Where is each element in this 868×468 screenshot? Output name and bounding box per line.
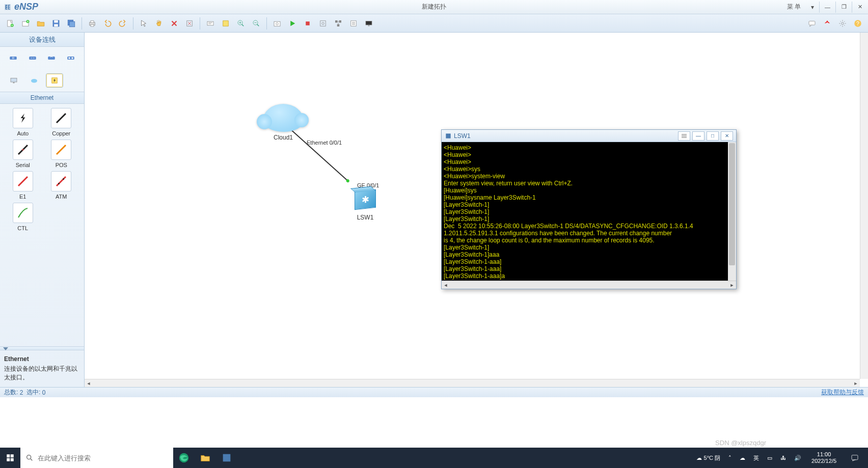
- start-button[interactable]: [285, 16, 300, 31]
- svg-rect-20: [320, 20, 326, 26]
- conn-pos[interactable]: POS: [46, 140, 77, 168]
- switch-node[interactable]: LSW1: [355, 190, 376, 221]
- open-button[interactable]: [34, 16, 48, 31]
- minimize-button[interactable]: —: [819, 2, 835, 13]
- sidebar-title: 设备连线: [0, 33, 84, 47]
- conn-atm[interactable]: ATM: [46, 171, 77, 200]
- cat-switch[interactable]: [24, 51, 41, 65]
- conn-ctl[interactable]: CTL: [7, 203, 39, 231]
- menu-button[interactable]: 菜 单: [782, 3, 806, 11]
- svg-point-21: [322, 22, 324, 24]
- svg-point-29: [842, 22, 844, 24]
- sidebar-subtitle: Ethernet: [0, 92, 84, 104]
- saveas-button[interactable]: [64, 16, 78, 31]
- zoomin-button[interactable]: [234, 16, 248, 31]
- text-button[interactable]: [203, 16, 218, 31]
- system-tray: ☁ 5°C 阴 ˄ ☁ 英 ▭ 🖧 🔊 11:00 2022/12/5: [694, 448, 868, 468]
- switch-icon: [355, 189, 376, 210]
- pan-button[interactable]: [152, 16, 166, 31]
- cat-router[interactable]: R: [5, 51, 21, 65]
- print-button[interactable]: [85, 16, 99, 31]
- capture-button[interactable]: [316, 16, 330, 31]
- cat-cloud[interactable]: [25, 73, 43, 88]
- stop-button[interactable]: [301, 16, 315, 31]
- redo-button[interactable]: [116, 16, 130, 31]
- canvas-area[interactable]: Cloud1 Ethernet 0/0/1 GE 0/0/1 LSW1 LSW1…: [85, 33, 868, 387]
- svg-rect-19: [306, 21, 310, 25]
- save-button[interactable]: [49, 16, 63, 31]
- svg-rect-58: [223, 454, 231, 462]
- svg-rect-55: [11, 458, 14, 461]
- pointer-button[interactable]: [137, 16, 151, 31]
- conn-copper[interactable]: Copper: [46, 108, 77, 136]
- start-button-win[interactable]: [0, 448, 20, 468]
- clear-button[interactable]: [182, 16, 197, 31]
- list-button[interactable]: [346, 16, 361, 31]
- svg-text:?: ?: [856, 20, 859, 26]
- svg-line-46: [57, 145, 66, 154]
- conn-e1[interactable]: E1: [7, 171, 39, 200]
- cat-pc[interactable]: [5, 73, 22, 88]
- svg-point-56: [27, 455, 31, 459]
- delete-button[interactable]: [167, 16, 181, 31]
- sidebar-description: Ethernet 连接设备的以太网和千兆以太接口。: [0, 350, 84, 387]
- tray-network-icon[interactable]: 🖧: [778, 455, 788, 461]
- tray-notifications[interactable]: [845, 448, 865, 468]
- tray-clock[interactable]: 11:00 2022/12/5: [807, 451, 840, 464]
- cat-wlan[interactable]: [44, 51, 60, 65]
- tray-battery-icon[interactable]: ▭: [765, 455, 774, 461]
- task-explorer[interactable]: [195, 448, 216, 468]
- cli-vscrollbar[interactable]: [728, 142, 736, 281]
- new-topo-button[interactable]: [18, 16, 33, 31]
- topology-button[interactable]: [331, 16, 345, 31]
- task-ensp[interactable]: [216, 448, 237, 468]
- tray-ime[interactable]: 英: [751, 454, 761, 462]
- sidebar-separator[interactable]: [0, 346, 84, 350]
- tray-chevron-icon[interactable]: ˄: [726, 455, 734, 461]
- cli-titlebar[interactable]: LSW1 — □ ✕: [442, 130, 736, 142]
- cli-minimize-button[interactable]: —: [692, 131, 704, 141]
- conn-serial[interactable]: Serial: [7, 140, 39, 168]
- svg-rect-38: [72, 58, 73, 59]
- cli-terminal[interactable]: <Huawei> <Huawei> <Huawei> <Huawei>sys <…: [442, 142, 736, 281]
- task-edge[interactable]: [173, 448, 195, 468]
- taskbar-search[interactable]: [20, 448, 173, 468]
- tray-onedrive-icon[interactable]: ☁: [738, 455, 747, 461]
- cli-hscrollbar[interactable]: ◄►: [442, 281, 736, 289]
- port-dot-switch: [345, 179, 349, 183]
- conn-auto[interactable]: Auto: [7, 108, 39, 136]
- snapshot-button[interactable]: [270, 16, 284, 31]
- menu-dropdown-icon[interactable]: ▾: [806, 4, 819, 11]
- tray-volume-icon[interactable]: 🔊: [792, 455, 803, 461]
- search-input[interactable]: [38, 454, 168, 462]
- maximize-button[interactable]: ❐: [835, 2, 852, 13]
- svg-rect-59: [852, 455, 858, 460]
- help-link[interactable]: 获取帮助与反馈: [821, 388, 864, 397]
- cli-maximize-button[interactable]: □: [707, 131, 719, 141]
- svg-text:R: R: [12, 57, 15, 60]
- cloud-node[interactable]: Cloud1: [263, 104, 304, 141]
- note-button[interactable]: [219, 16, 233, 31]
- display-button[interactable]: [362, 16, 376, 31]
- help-button[interactable]: ?: [851, 16, 865, 31]
- canvas-vscrollbar[interactable]: [860, 33, 868, 379]
- zoomout-button[interactable]: [249, 16, 263, 31]
- cli-options-button[interactable]: [678, 131, 690, 141]
- svg-point-45: [22, 149, 23, 151]
- cli-window[interactable]: LSW1 — □ ✕ <Huawei> <Huawei> <Huawei> <H…: [441, 129, 737, 289]
- statusbar: 总数: 2 选中: 0 获取帮助与反馈: [0, 387, 868, 397]
- canvas-hscrollbar[interactable]: ◄►: [85, 379, 860, 387]
- new-button[interactable]: [3, 16, 17, 31]
- tray-weather[interactable]: ☁ 5°C 阴: [694, 454, 722, 462]
- huawei-button[interactable]: [820, 16, 834, 31]
- cli-close-button[interactable]: ✕: [721, 131, 733, 141]
- sidebar: 设备连线 R Ethernet Auto Copper Serial POS E…: [0, 33, 85, 387]
- settings-button[interactable]: [835, 16, 850, 31]
- undo-button[interactable]: [100, 16, 115, 31]
- cat-connection[interactable]: [46, 73, 63, 88]
- svg-rect-5: [54, 20, 58, 23]
- message-button[interactable]: [805, 16, 819, 31]
- close-button[interactable]: ✕: [852, 2, 868, 13]
- cat-firewall[interactable]: [63, 51, 79, 65]
- ensp-icon: [3, 3, 12, 12]
